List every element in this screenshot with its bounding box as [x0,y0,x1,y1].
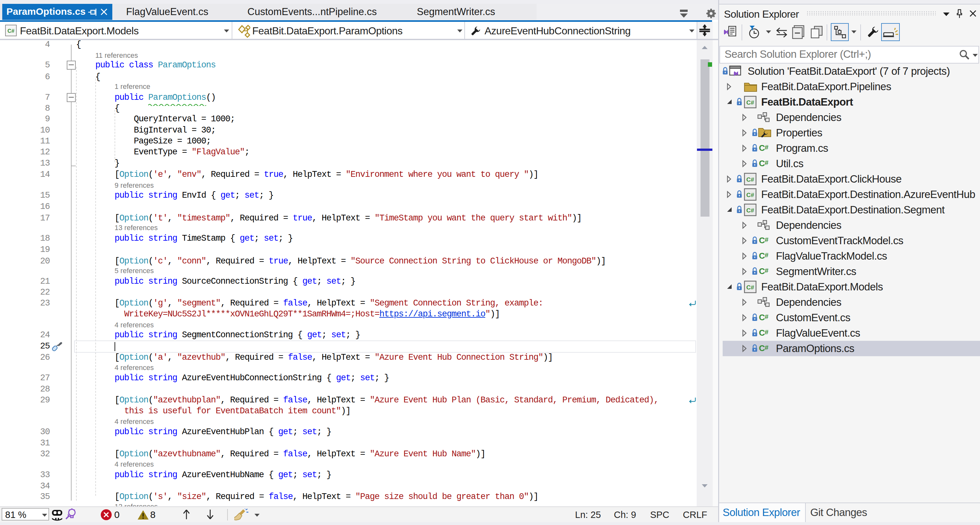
svg-text:C: C [759,235,765,245]
svg-text:#: # [765,236,768,243]
svg-text:C: C [759,313,765,322]
svg-text:C#: C# [7,28,14,34]
svg-text:C: C [759,344,765,353]
svg-text:C: C [759,143,765,153]
svg-text:#: # [765,267,768,274]
svg-text:C#: C# [746,207,754,214]
svg-text:#: # [765,143,768,151]
svg-text:C#: C# [746,284,754,291]
svg-text:C: C [759,266,765,276]
svg-text:#: # [765,159,768,166]
svg-text:C: C [759,251,765,261]
svg-text:#: # [765,251,768,259]
svg-text:C: C [759,159,765,168]
svg-text:C#: C# [746,176,754,183]
svg-text:#: # [765,328,768,336]
svg-text:C: C [759,328,765,337]
svg-text:#: # [765,313,768,320]
svg-text:#: # [765,344,768,351]
svg-text:C#: C# [746,99,754,106]
svg-text:C#: C# [746,192,754,198]
